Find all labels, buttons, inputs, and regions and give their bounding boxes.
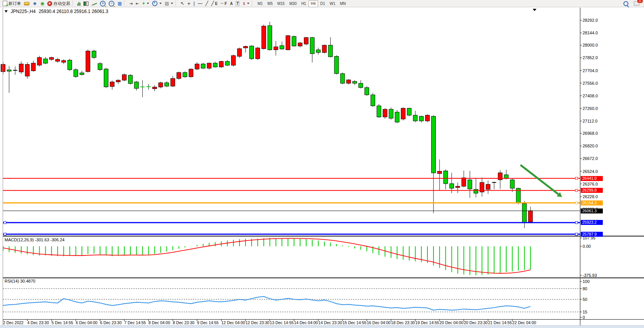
time-axis-label: 9 Dec 14:55 <box>197 320 219 325</box>
candle-up <box>37 58 42 65</box>
candle-down <box>431 116 435 173</box>
candle-up <box>262 26 266 48</box>
candle-down <box>92 51 96 58</box>
candle-down <box>292 36 296 46</box>
rsi-scale-label: 100 <box>583 279 589 284</box>
candle-down <box>165 83 169 86</box>
candle-up <box>456 186 460 187</box>
candle-down <box>443 171 448 184</box>
macd-indicator-label: MACD(12,26,9) -301.63 -306.24 <box>5 238 64 242</box>
candle-down <box>249 46 254 59</box>
current-price-tag: 26061.3 <box>581 208 603 213</box>
candle-up <box>255 48 260 58</box>
time-axis-label: 7 Dec 14:55 <box>124 320 146 325</box>
price-tick-label: 27704.0 <box>583 68 598 73</box>
candle-down <box>413 115 418 121</box>
candle-up <box>383 109 387 117</box>
candle-up <box>274 47 278 50</box>
price-tick-label: 28144.0 <box>583 31 598 35</box>
time-axis-label: 18 Dec 23:30 <box>391 320 415 325</box>
candle-up <box>244 46 248 48</box>
symbol-period-label: JPN225-,H4 <box>11 9 35 14</box>
candle-up <box>462 178 466 186</box>
candle-down <box>522 204 527 222</box>
status-bar <box>0 325 644 328</box>
candle-down <box>377 106 381 117</box>
mt4-window: { "toolbar": { "new_order_label": "新订单",… <box>0 0 644 328</box>
candle-down <box>395 112 399 122</box>
time-axis-label: 2 Dec 2022 <box>3 320 24 325</box>
candle-up <box>401 108 405 119</box>
candle-up <box>347 80 351 83</box>
candle-down <box>128 75 132 84</box>
price-tick-label: 26228.0 <box>583 194 598 199</box>
candle-down <box>201 64 205 68</box>
line-handle[interactable] <box>575 221 578 224</box>
candle-up <box>25 65 29 76</box>
price-tick-label: 26524.0 <box>583 169 598 174</box>
price-tick-label: 27556.0 <box>583 81 598 86</box>
time-axis-label: 21 Dec 14:55 <box>488 320 512 325</box>
candle-down <box>280 45 284 49</box>
candle-down <box>468 180 472 189</box>
line-handle[interactable] <box>575 177 578 179</box>
chart-shift-marker-icon[interactable] <box>533 9 536 11</box>
candle-down <box>134 82 138 89</box>
candle-up <box>304 37 308 44</box>
candle-up <box>219 61 223 67</box>
candle-down <box>310 37 314 54</box>
line-handle[interactable] <box>575 233 578 235</box>
line-handle[interactable] <box>4 233 6 235</box>
candle-up <box>56 59 60 61</box>
candle-up <box>528 211 533 222</box>
time-axis-label: 14 Dec 04:00 <box>294 320 318 325</box>
candle-up <box>50 58 54 60</box>
macd-scale-label: -375.93 <box>583 273 597 278</box>
macd-panel-splitter[interactable] <box>3 236 644 237</box>
time-axis-label: 12 Dec 23:30 <box>246 320 269 325</box>
candle-down <box>67 60 72 69</box>
line-price-tag: 25787.9 <box>581 232 603 237</box>
candle-down <box>407 108 411 115</box>
candle-up <box>122 75 127 81</box>
candle-up <box>31 63 35 71</box>
time-axis-label: 20 Dec 04:00 <box>440 320 463 325</box>
candle-down <box>371 95 375 106</box>
time-axis-label: 14 Dec 23:30 <box>318 320 342 325</box>
candle-down <box>389 109 393 118</box>
candle-up <box>86 51 90 72</box>
time-axis-border <box>3 319 644 320</box>
time-axis-label: 16 Dec 04:00 <box>367 320 390 325</box>
price-tick-label: 27260.0 <box>583 106 598 111</box>
candle-up <box>177 73 181 79</box>
line-handle[interactable] <box>575 189 578 192</box>
rsi-panel-splitter[interactable] <box>3 277 644 278</box>
candle-up <box>195 64 199 69</box>
line-price-tag: 25923.2 <box>581 220 603 225</box>
candle-up <box>286 36 290 50</box>
candle-down <box>359 83 363 87</box>
ohlc-values: 25930.4 26110.8 25916.1 26061.3 <box>39 9 108 14</box>
candle-down <box>74 70 78 77</box>
price-tick-label: 26968.0 <box>583 131 598 136</box>
trend-arrow-object[interactable] <box>520 165 558 194</box>
candle-down <box>268 26 272 50</box>
time-axis-label: 22 Dec 04:00 <box>512 320 536 325</box>
price-tick-label: 28000.0 <box>583 43 598 47</box>
candle-up <box>153 87 157 89</box>
time-axis-label: 15 Dec 14:55 <box>342 320 366 325</box>
time-axis-label: 6 Dec 23:30 <box>100 320 122 325</box>
time-axis-label: 8 Dec 23:30 <box>173 320 194 325</box>
chart-canvas <box>0 0 644 328</box>
price-tick-label: 27852.0 <box>583 55 598 60</box>
candle-down <box>316 50 320 52</box>
time-axis-label: 13 Dec 14:55 <box>270 320 294 325</box>
candle-up <box>116 80 120 82</box>
candle-up <box>486 184 490 189</box>
chart-menu-icon[interactable] <box>5 10 8 13</box>
line-handle[interactable] <box>4 221 6 224</box>
time-axis-label: 6 Dec 04:00 <box>76 320 98 325</box>
candle-down <box>450 184 454 188</box>
line-handle[interactable] <box>575 202 578 204</box>
rsi-scale-label: 15 <box>583 310 587 314</box>
